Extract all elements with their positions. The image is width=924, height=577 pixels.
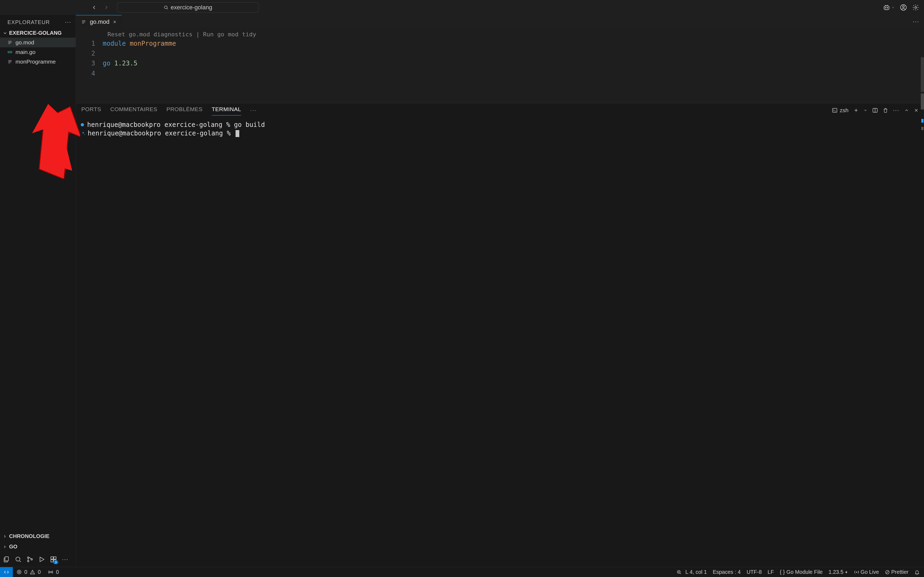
extensions-icon[interactable]: 3 [50,556,57,563]
nav-back-icon[interactable] [90,4,98,11]
file-item-go-mod[interactable]: go.mod [0,38,76,47]
status-eol[interactable]: LF [767,569,774,575]
svg-point-12 [27,557,29,558]
line-number: 2 [76,48,103,58]
line-number: 3 [76,58,103,68]
terminal-overview-marker [921,127,924,130]
code-line[interactable]: 4 [76,69,924,79]
search-icon[interactable] [15,556,22,563]
svg-point-5 [903,6,905,8]
broadcast-icon [854,570,859,575]
title-bar: exercice-golang [0,0,924,15]
code-content: module monProgramme [103,39,176,48]
code-lens[interactable]: Reset go.mod diagnostics | Run go mod ti… [76,30,924,39]
minimap[interactable] [919,43,924,113]
remote-indicator[interactable] [0,567,13,577]
file-label: go.mod [16,39,34,46]
warning-icon [30,569,35,575]
terminal-dropdown-icon[interactable] [864,108,867,112]
explorer-more-icon[interactable]: ··· [65,19,71,26]
source-control-icon[interactable] [26,556,34,563]
status-cursor-position[interactable]: L 4, col 1 [685,569,707,575]
status-encoding[interactable]: UTF-8 [746,569,762,575]
text-file-icon [7,59,13,64]
code-line[interactable]: 3go 1.23.5 [76,58,924,68]
new-terminal-icon[interactable] [853,108,859,113]
bottom-panel: PORTSCOMMENTAIRESPROBLÈMESTERMINAL ··· z… [76,103,924,567]
status-problems[interactable]: 0 0 [13,569,44,575]
chevron-right-icon [3,545,7,549]
status-prettier[interactable]: Prettier [885,569,908,575]
file-item-main-go[interactable]: GOmain.go [0,47,76,57]
settings-gear-icon[interactable] [912,4,919,11]
bolt-icon [845,570,848,574]
status-go-live[interactable]: Go Live [854,569,879,575]
panel-close-icon[interactable] [914,108,919,113]
panel-pin-more-icon[interactable]: ··· [893,107,900,114]
chevron-right-icon [3,534,7,538]
status-ports[interactable]: 0 [44,569,63,575]
sidebar-more-icon[interactable]: ··· [61,556,69,563]
svg-rect-1 [884,6,889,10]
svg-rect-16 [54,557,56,559]
panel-tab-terminal[interactable]: TERMINAL [212,105,241,116]
status-notifications-icon[interactable] [914,569,920,575]
folder-root[interactable]: EXERCICE-GOLANG [0,28,76,38]
extensions-badge: 3 [53,561,58,564]
terminal-icon [832,107,838,113]
kill-terminal-icon[interactable] [883,108,888,113]
tab-go-mod[interactable]: go.mod [76,15,122,28]
chevron-down-icon [3,31,8,35]
account-icon[interactable] [900,4,907,11]
panel-tab-ports[interactable]: PORTS [81,105,101,116]
panel-more-icon[interactable]: ··· [250,107,257,114]
run-debug-icon[interactable] [38,556,45,563]
command-center-search[interactable]: exercice-golang [117,2,259,13]
panel-maximize-icon[interactable] [904,108,909,113]
copilot-icon[interactable] [883,4,895,11]
text-file-icon [7,40,13,45]
terminal-shell-picker[interactable]: zsh [832,107,849,114]
braces-icon: { } [780,569,785,575]
zoom-icon [677,569,682,575]
files-icon[interactable] [3,556,10,563]
line-number: 1 [76,39,103,48]
split-terminal-icon[interactable] [872,107,878,113]
editor-tab-bar: go.mod ··· [76,15,924,28]
svg-point-6 [915,7,917,8]
chevron-down-icon [892,6,895,9]
file-item-monProgramme[interactable]: monProgramme [0,57,76,66]
svg-point-0 [165,6,167,9]
terminal-cursor [236,130,239,137]
sidebar-section-timeline[interactable]: CHRONOLOGIE [0,531,76,542]
svg-rect-19 [833,108,837,113]
nav-forward-icon[interactable] [103,4,110,11]
svg-rect-15 [51,557,53,559]
code-line[interactable]: 1module monProgramme [76,39,924,48]
status-zoom[interactable] [673,569,685,575]
terminal-overview-marker [921,119,924,122]
editor-area[interactable]: Reset go.mod diagnostics | Run go mod ti… [76,28,924,103]
status-indent[interactable]: Espaces : 4 [713,569,741,575]
search-icon [164,5,168,10]
sidebar-section-go[interactable]: GO [0,542,76,552]
sparkle-icon [81,131,86,136]
prompt-dot-icon [81,123,84,126]
svg-point-24 [856,572,857,572]
close-icon[interactable] [113,20,117,24]
annotation-red-arrow [32,104,80,179]
code-line[interactable]: 2 [76,48,924,58]
broadcast-icon [48,569,53,575]
svg-point-3 [887,8,888,8]
panel-tab-problèmes[interactable]: PROBLÈMES [166,105,202,116]
status-go-version[interactable]: 1.23.5 [829,569,848,575]
panel-tab-commentaires[interactable]: COMMENTAIRES [110,105,157,116]
status-language[interactable]: { } Go Module File [780,569,823,575]
svg-rect-17 [51,559,53,562]
editor-more-icon[interactable]: ··· [913,18,924,25]
terminal-body[interactable]: henrique@macbookpro exercice-golang % go… [76,117,924,567]
explorer-sidebar: EXPLORATEUR ··· EXERCICE-GOLANG go.modGO… [0,15,76,567]
go-file-icon: GO [7,49,13,55]
svg-point-11 [16,557,20,561]
folder-name: EXERCICE-GOLANG [9,30,62,36]
